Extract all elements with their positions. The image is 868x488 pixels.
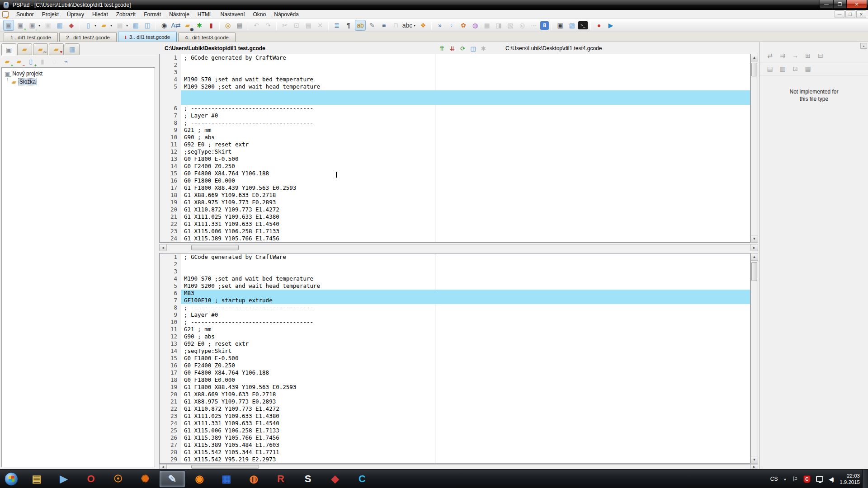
code-line[interactable]: 16 G0 F2400 Z0.250 xyxy=(160,362,750,369)
code-line[interactable]: 10 G90 ; abs xyxy=(160,134,750,141)
menu-item[interactable]: Nastavení xyxy=(217,10,249,19)
menu-item[interactable]: Nástroje xyxy=(165,10,193,19)
split-icon[interactable]: ÷ xyxy=(446,20,457,31)
code-line[interactable]: 20 G1 X110.872 Y109.773 E1.4272 xyxy=(160,206,750,213)
remove-folder-icon[interactable]: ▰ − xyxy=(14,56,24,67)
scrollbar-thumb[interactable] xyxy=(751,262,757,281)
r-block-app-icon[interactable]: R xyxy=(268,470,294,488)
project-panel-icon[interactable]: ▥ xyxy=(54,20,65,31)
first-difference-icon[interactable]: ⇈ xyxy=(437,44,447,53)
layered-app-icon[interactable]: ◆ xyxy=(322,470,348,488)
file-disabled-icon[interactable]: ▮ xyxy=(37,56,48,67)
scroll-down-icon[interactable]: ▼ xyxy=(751,235,758,242)
antivirus-shield-icon[interactable]: C xyxy=(803,475,811,483)
start-button[interactable] xyxy=(5,472,18,486)
reformat-icon[interactable]: ≣ xyxy=(331,20,342,31)
opera-icon[interactable]: O xyxy=(78,470,104,488)
scroll-up-icon[interactable]: ▲ xyxy=(751,253,758,261)
mdi-close-button[interactable]: ✕ xyxy=(856,10,866,18)
code-line[interactable]: 21 G1 X111.025 Y109.633 E1.4380 xyxy=(160,213,750,221)
media-player-icon[interactable]: ▶ xyxy=(51,470,77,488)
play-macro-icon[interactable]: ▶ xyxy=(605,20,616,31)
open-file-dropdown-icon[interactable]: ▾ xyxy=(109,20,113,31)
code-line[interactable]: 20 G1 X88.669 Y109.633 E0.2718 xyxy=(160,391,750,398)
vertical-split-icon[interactable]: ◫ xyxy=(468,44,478,53)
code-line[interactable]: 18 G1 X88.669 Y109.633 E0.2718 xyxy=(160,192,750,199)
code-line[interactable]: 11 G92 E0 ; reset extr xyxy=(160,141,750,148)
tree-item-folder[interactable]: ▰ Složka xyxy=(2,78,155,86)
code-line[interactable]: 23 G1 X111.025 Y109.633 E1.4380 xyxy=(160,413,750,420)
project-settings-icon[interactable]: ⌁ xyxy=(61,56,71,67)
scroll-right-icon[interactable]: ► xyxy=(750,244,758,251)
folder-link-panel-tab[interactable]: ▰ ∾ xyxy=(33,43,48,55)
windows-panel-tab[interactable]: ▥ xyxy=(65,43,80,55)
undo-icon[interactable]: ↶ xyxy=(251,20,262,31)
code-line[interactable]: 22 G1 X111.331 Y109.633 E1.4540 xyxy=(160,221,750,228)
save-file-dropdown-icon[interactable]: ▾ xyxy=(125,20,129,31)
show-desktop-button[interactable] xyxy=(862,469,868,488)
pspad-taskbar-icon[interactable]: ✎ xyxy=(159,470,185,488)
code-line[interactable]: 4 M190 S70 ;set and wait bed temperature xyxy=(160,275,750,282)
find-in-files-icon[interactable]: ▰◉ xyxy=(182,20,193,31)
mdi-restore-button[interactable]: ❐ xyxy=(845,10,855,18)
code-line[interactable]: 19 G1 F1800 X88.439 Y109.563 E0.2593 xyxy=(160,384,750,391)
duplicate-block-icon[interactable]: ▦ xyxy=(802,64,814,74)
code-line[interactable]: 12 G90 ; abs xyxy=(160,333,750,340)
action-center-flag-icon[interactable]: ⚐ xyxy=(792,475,798,483)
menu-item[interactable]: HTML xyxy=(193,10,217,19)
pin-icon[interactable]: ❖ xyxy=(418,20,429,31)
code-line[interactable]: 5 M109 S200 ;set and wait head temperatu… xyxy=(160,83,750,90)
clock[interactable]: 22:03 1.9.2015 xyxy=(840,473,860,485)
scroll-up-icon[interactable]: ▲ xyxy=(751,54,758,61)
code-line[interactable]: 5 M109 S200 ;set and wait head temperatu… xyxy=(160,282,750,290)
code-line[interactable]: 14 G0 F2400 Z0.250 xyxy=(160,163,750,170)
title-bar[interactable]: PSPad - [C:\Users\Lubik\Desktop\dil1 tes… xyxy=(0,0,868,10)
menu-item[interactable]: Okno xyxy=(249,10,270,19)
folder-panel-tab[interactable]: ▰ xyxy=(17,43,32,55)
orange-swirl-app-icon[interactable]: ☉ xyxy=(105,470,131,488)
diff-settings-icon[interactable]: ✱ xyxy=(479,44,488,53)
horizontal-scrollbar-top[interactable]: ◄ ► xyxy=(159,244,758,251)
add-folder-icon[interactable]: ▰ + xyxy=(2,56,13,67)
document-tab[interactable]: 1.. dil1 test.gcode xyxy=(4,33,58,42)
code-line[interactable]: 16 G0 F1800 E0.000 xyxy=(160,177,750,184)
diff-pane-top[interactable]: 1 ; GCode generated by CraftWare 2 3 4 M… xyxy=(159,54,750,243)
scrollbar-thumb[interactable] xyxy=(191,245,239,250)
code-line[interactable]: 17 G0 F4800 X84.764 Y106.188 xyxy=(160,369,750,376)
save-all-icon[interactable]: ▥ xyxy=(130,20,141,31)
code-line[interactable]: 26 G1 X115.389 Y105.766 E1.7456 xyxy=(160,434,750,441)
copy-to-left-file-icon[interactable]: ⊞ xyxy=(802,51,814,61)
scroll-left-icon[interactable]: ◄ xyxy=(160,465,167,469)
scroll-right-icon[interactable]: ► xyxy=(750,465,758,469)
redo-icon[interactable]: ↷ xyxy=(263,20,274,31)
close-button[interactable]: ✕ xyxy=(846,0,867,9)
code-line[interactable]: 6 ; ------------------------------------ xyxy=(160,105,750,112)
language-indicator[interactable]: CS xyxy=(770,476,778,482)
more-icon[interactable]: ⋯ xyxy=(528,20,539,31)
project-panel-tab[interactable]: ▣ xyxy=(1,43,16,56)
code-line[interactable]: 17 G1 F1800 X88.439 Y109.563 E0.2593 xyxy=(160,184,750,192)
code-line[interactable]: 9 ; Layer #0 xyxy=(160,311,750,319)
tree-item-project-root[interactable]: ▣→ Nový projekt xyxy=(2,70,155,78)
save-file-icon[interactable]: ▦ xyxy=(114,20,125,31)
copy-line-left-icon[interactable]: ▤ xyxy=(764,64,776,74)
lock-icon[interactable]: ⊓ xyxy=(390,20,401,31)
scroll-down-icon[interactable]: ▼ xyxy=(751,456,758,463)
line-numbers-icon[interactable]: ≡ xyxy=(378,20,389,31)
windows-explorer-icon[interactable]: ▤ xyxy=(24,470,50,488)
menu-item[interactable]: Úpravy xyxy=(63,10,88,19)
scrollbar-thumb[interactable] xyxy=(191,465,259,469)
code-line[interactable]: 2 xyxy=(160,61,750,69)
code-line[interactable]: 9 G21 ; mm xyxy=(160,127,750,134)
code-line[interactable]: 10 ; -----------------------------------… xyxy=(160,319,750,326)
restore-button[interactable]: ❐ xyxy=(833,0,846,9)
color-picker-icon[interactable]: ◍ xyxy=(470,20,481,31)
code-line[interactable]: 24 G1 X111.331 Y109.633 E1.4540 xyxy=(160,420,750,427)
project-save-icon[interactable]: ▣ xyxy=(42,20,53,31)
palette-icon[interactable]: ✿ xyxy=(458,20,469,31)
code-line[interactable]: 27 G1 X115.389 Y105.484 E1.7603 xyxy=(160,441,750,449)
code-line[interactable]: 2 xyxy=(160,261,750,268)
copy-block-icon[interactable]: ⊡ xyxy=(789,64,801,74)
code-line[interactable]: 29 G1 X115.542 Y95.219 E2.2973 xyxy=(160,456,750,463)
code-line[interactable]: 21 G1 X88.975 Y109.773 E0.2893 xyxy=(160,398,750,405)
